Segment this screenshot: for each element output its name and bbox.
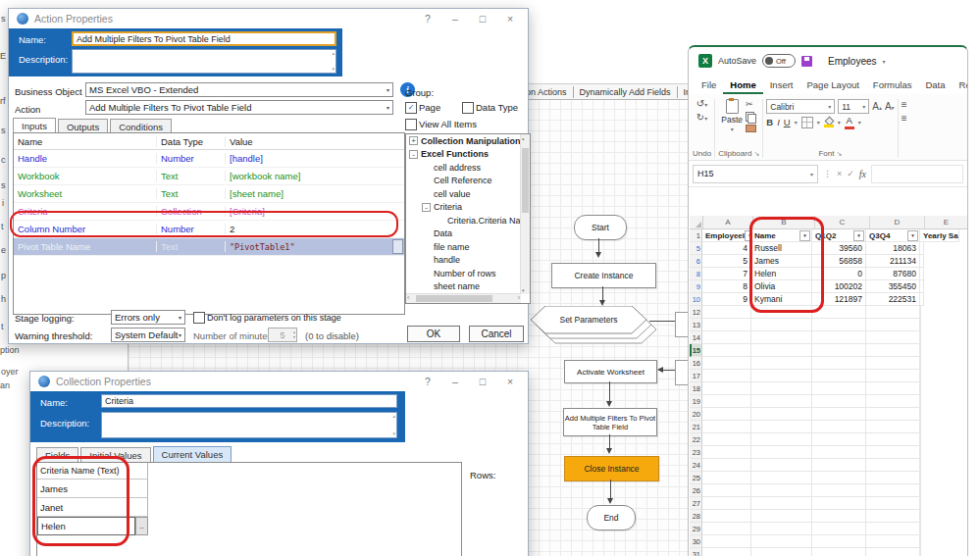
cancel-button[interactable]: Cancel xyxy=(469,326,524,342)
cell[interactable] xyxy=(702,421,751,433)
row-number[interactable]: 29 xyxy=(690,523,702,535)
cell[interactable] xyxy=(920,242,924,255)
bold-button[interactable]: B xyxy=(766,117,773,127)
cell[interactable] xyxy=(751,331,812,344)
input-row[interactable]: Worksheet Text [sheet name] xyxy=(14,185,404,203)
description-input[interactable]: ▴ ▾ xyxy=(101,412,397,438)
filter-dropdown-icon[interactable]: ▾ xyxy=(853,230,864,241)
name-box-caret-icon[interactable]: ▾ xyxy=(810,171,813,177)
dialog-launcher-icon[interactable]: ↘ xyxy=(837,150,843,158)
ribbon-tab[interactable]: Review xyxy=(953,79,968,94)
row-number[interactable]: 6 xyxy=(690,255,702,268)
cell[interactable] xyxy=(866,523,920,535)
cell[interactable] xyxy=(751,446,812,459)
cell[interactable]: 56858 xyxy=(812,255,866,268)
cell[interactable] xyxy=(812,548,866,556)
cell[interactable] xyxy=(920,510,921,523)
cell[interactable] xyxy=(702,408,751,421)
cell[interactable] xyxy=(866,344,920,357)
redo-icon[interactable]: ↻▾ xyxy=(696,113,707,123)
cell[interactable] xyxy=(751,421,812,433)
value-cell-editing[interactable]: Helen xyxy=(37,517,135,535)
cell[interactable] xyxy=(702,523,751,535)
tree-item[interactable]: - Excel Functions xyxy=(406,148,530,162)
row-number[interactable]: 20 xyxy=(690,408,702,421)
cell[interactable] xyxy=(920,280,924,293)
cell[interactable] xyxy=(920,446,921,459)
row-number[interactable]: 23 xyxy=(690,446,702,459)
tree-item[interactable]: Data xyxy=(406,227,530,241)
cell[interactable] xyxy=(812,433,866,446)
row-number[interactable]: 9 xyxy=(690,280,702,293)
cell[interactable]: Helen xyxy=(751,268,812,280)
cell[interactable] xyxy=(920,408,921,421)
scroll-down-icon[interactable]: ▾ xyxy=(332,67,335,72)
dialog-launcher-icon[interactable]: ↘ xyxy=(753,150,759,158)
cell[interactable] xyxy=(920,268,924,280)
ribbon-tab[interactable]: Data xyxy=(918,79,952,94)
value-edit-button[interactable]: .. xyxy=(135,517,148,535)
cell[interactable] xyxy=(866,306,920,319)
workbook-title[interactable]: Employees xyxy=(828,56,876,67)
close-button[interactable]: × xyxy=(496,13,524,25)
value-edit-button[interactable] xyxy=(392,239,403,254)
expand-toggle-icon[interactable]: + xyxy=(409,136,418,145)
input-row[interactable]: Handle Number [handle] xyxy=(14,150,404,168)
filter-dropdown-icon[interactable]: ▾ xyxy=(799,230,810,241)
cut-icon[interactable]: ✂ xyxy=(746,100,756,109)
row-number[interactable]: 8 xyxy=(690,268,702,280)
page-tab[interactable]: Dynamically Add Fields xyxy=(573,86,677,98)
flow-node-close-instance[interactable]: Close Instance xyxy=(564,456,659,481)
cell[interactable] xyxy=(866,408,920,421)
cell[interactable] xyxy=(702,357,751,370)
workbook-caret-icon[interactable]: ▾ xyxy=(883,58,886,65)
col-header-c[interactable]: C xyxy=(815,216,870,228)
cell[interactable] xyxy=(702,433,751,446)
flow-node-set-parameters[interactable]: Set Parameters xyxy=(531,306,662,349)
input-row[interactable]: Workbook Text [workbook name] xyxy=(14,168,404,185)
cell[interactable] xyxy=(920,331,921,344)
cell[interactable] xyxy=(812,382,866,395)
cell[interactable] xyxy=(920,535,921,548)
cell[interactable] xyxy=(920,523,921,535)
flow-node-activate-worksheet[interactable]: Activate Worksheet xyxy=(564,360,657,383)
description-input[interactable]: ▴ ▾ xyxy=(72,49,336,74)
cell[interactable] xyxy=(702,344,751,357)
cell[interactable] xyxy=(702,446,751,459)
cell[interactable]: James xyxy=(751,255,812,268)
cell[interactable] xyxy=(920,357,921,370)
cell[interactable] xyxy=(702,382,751,395)
cell[interactable] xyxy=(920,319,921,331)
cell[interactable] xyxy=(866,459,920,472)
cell[interactable] xyxy=(702,319,751,331)
minimize-button[interactable]: – xyxy=(441,13,469,25)
cell[interactable] xyxy=(751,497,812,510)
cell[interactable] xyxy=(751,459,812,472)
row-number[interactable]: 14 xyxy=(690,331,702,344)
cell[interactable]: 100202 xyxy=(812,280,866,293)
cell[interactable] xyxy=(702,535,751,548)
row-number[interactable]: 31 xyxy=(690,548,702,556)
cell[interactable] xyxy=(920,344,921,357)
cell[interactable]: 87680 xyxy=(866,268,920,280)
cell[interactable] xyxy=(751,370,812,382)
cell[interactable] xyxy=(920,497,921,510)
shrink-font-icon[interactable]: A▾ xyxy=(885,102,895,112)
input-row[interactable]: Criteria Collection [Criteria] xyxy=(14,203,404,221)
cell[interactable] xyxy=(812,306,866,319)
param-value[interactable]: [workbook name] xyxy=(230,171,300,181)
insert-function-icon[interactable]: fx xyxy=(859,169,866,179)
cell[interactable]: 355450 xyxy=(866,280,920,293)
cell[interactable] xyxy=(866,395,920,408)
cell[interactable] xyxy=(866,370,920,382)
cell[interactable] xyxy=(812,331,866,344)
cell[interactable] xyxy=(751,344,812,357)
cell[interactable] xyxy=(751,510,812,523)
dont-log-checkbox[interactable] xyxy=(193,312,205,324)
cell[interactable]: 18063 xyxy=(866,242,920,255)
cell[interactable] xyxy=(812,510,866,523)
header-cell-yearly[interactable]: Yearly Sa xyxy=(920,229,959,242)
cell[interactable] xyxy=(751,433,812,446)
cell[interactable] xyxy=(751,382,812,395)
business-object-select[interactable]: MS Excel VBO - Extended▾ xyxy=(85,82,393,97)
